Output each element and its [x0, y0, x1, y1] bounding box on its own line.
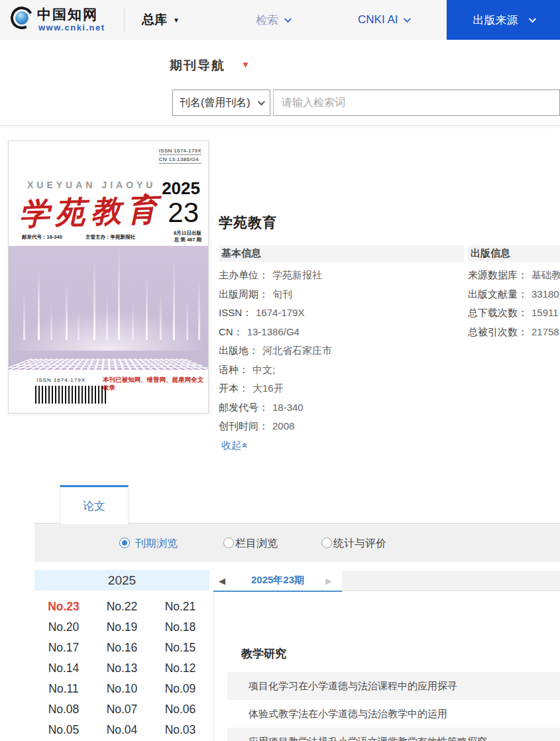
info-row: 出版地：河北省石家庄市: [219, 345, 332, 357]
pub-info-header: 出版信息: [468, 245, 560, 262]
journal-title: 学苑教育: [219, 213, 277, 232]
nav-item-search[interactable]: 检索: [256, 0, 290, 40]
search-field-select[interactable]: 刊名(曾用刊名): [172, 89, 270, 116]
nav-pubsource-label: 出版来源: [473, 13, 518, 28]
issue-link[interactable]: No.06: [151, 699, 209, 720]
pub-info-header-label: 出版信息: [471, 247, 510, 260]
issue-link[interactable]: No.08: [34, 699, 93, 720]
radio-issue-browse[interactable]: [119, 538, 130, 548]
cover-top-section: ISSN 1674-179X CN 13-1386/G4 XUEYUAN JIA…: [9, 141, 208, 246]
nav-ai-label: CNKI AI: [358, 13, 398, 27]
nav-divider: [124, 7, 125, 32]
cover-postal-code: 邮发代号：18-340: [22, 234, 62, 241]
cover-cn-text: CN 13-1386/G4: [159, 156, 201, 164]
issue-link[interactable]: No.11: [34, 679, 93, 699]
issue-link[interactable]: No.05: [34, 720, 93, 740]
chevron-down-icon: [528, 15, 535, 23]
info-row: 主办单位：学苑新报社: [219, 269, 322, 282]
info-row: CN：13-1386/G4: [219, 326, 300, 339]
info-row: 出版文献量：33180篇: [468, 288, 560, 301]
nav-item-cnki-ai[interactable]: CNKI AI: [358, 0, 409, 40]
cnki-logo[interactable]: 中国知网 www.cnki.net: [11, 5, 120, 34]
issue-link[interactable]: No.18: [151, 617, 209, 638]
cover-issn-text: ISSN 1674-179X: [159, 148, 201, 155]
year-header[interactable]: 2025: [34, 570, 209, 591]
info-row: 邮发代号：18-340: [219, 402, 304, 414]
logo-brand-text: 中国知网: [37, 5, 98, 24]
radio-issue-browse-label[interactable]: 刊期浏览: [135, 537, 178, 551]
issue-link[interactable]: No.16: [93, 638, 151, 658]
cover-issn-block: ISSN 1674-179X CN 13-1386/G4: [159, 148, 201, 165]
info-row: ISSN：1674-179X: [219, 307, 304, 319]
collapse-link[interactable]: 收起«: [221, 439, 248, 452]
nav-zongku-label: 总库: [142, 11, 167, 28]
nav-search-label: 检索: [256, 13, 278, 28]
issue-link[interactable]: No.09: [151, 679, 209, 699]
radio-column-browse[interactable]: [223, 538, 234, 548]
cover-issue-number: 23: [168, 197, 199, 229]
issue-link-no23[interactable]: No.23: [34, 597, 93, 617]
radio-stats-evaluation-label[interactable]: 统计与评价: [333, 537, 386, 551]
issue-link[interactable]: No.10: [93, 679, 151, 699]
cover-bottom-section: ISSN 1674-179X 本刊已被知网、维普网、超星网全文收录: [9, 370, 208, 413]
basic-info-header: 基本信息: [219, 245, 464, 262]
barcode-graphic: [35, 386, 107, 404]
cover-bottom-issn: ISSN 1674-179X: [36, 377, 85, 383]
info-row: 来源数据库：基础教育: [468, 269, 560, 282]
issue-link[interactable]: No.12: [151, 658, 209, 679]
current-issue-tab[interactable]: 2025年23期: [213, 574, 342, 587]
article-title-link[interactable]: 项目化学习在小学道德与法治课程中的应用探寻: [249, 680, 457, 693]
info-row: 总被引次数：21758: [468, 326, 559, 339]
issue-link[interactable]: No.14: [34, 658, 93, 679]
nav-item-zongku[interactable]: 总库 ▼: [142, 0, 180, 40]
radio-column-browse-label[interactable]: 栏目浏览: [235, 537, 278, 551]
perspective-grid-graphic: [9, 359, 208, 370]
article-title-link[interactable]: 体验式教学法在小学道德与法治教学中的运用: [249, 708, 447, 720]
cover-pub-date: 8月11日出版: [174, 230, 201, 237]
basic-info-header-label: 基本信息: [221, 247, 261, 260]
chevron-down-icon: [258, 98, 265, 105]
issue-link[interactable]: No.17: [34, 638, 93, 658]
journal-nav-title[interactable]: 期刊导航: [170, 57, 225, 74]
globe-icon: [8, 4, 36, 32]
browse-mode-row: 刊期浏览 栏目浏览 统计与评价: [34, 524, 560, 562]
issue-link[interactable]: No.22: [93, 597, 151, 617]
tab-papers[interactable]: 论文: [60, 485, 129, 524]
issue-link[interactable]: No.19: [93, 617, 151, 638]
issue-link[interactable]: No.07: [93, 699, 151, 720]
year-label: 2025: [108, 573, 136, 588]
logo-url-text: www.cnki.net: [38, 23, 105, 32]
article-title-link[interactable]: 应用项目教学法提升小学语文课堂教学有效性策略探究: [249, 736, 487, 741]
issue-tabstrip-rest: [342, 571, 560, 591]
info-row: 开本：大16开: [219, 382, 284, 395]
journal-cover: ISSN 1674-179X CN 13-1386/G4 XUEYUAN JIA…: [8, 141, 209, 414]
chevron-down-icon: [404, 15, 411, 23]
issue-link[interactable]: No.13: [93, 658, 151, 679]
info-row: 出版周期：旬刊: [219, 288, 292, 301]
radio-stats-evaluation[interactable]: [321, 538, 332, 548]
next-issue-arrow-icon[interactable]: ▶: [325, 576, 332, 586]
collapse-label: 收起: [221, 439, 241, 451]
issue-link[interactable]: No.04: [93, 720, 151, 740]
issue-link[interactable]: No.21: [151, 597, 209, 617]
article-panel-left-border: [213, 592, 214, 741]
cover-pinyin-text: XUEYUAN JIAOYU: [27, 180, 156, 190]
issue-link[interactable]: No.20: [34, 617, 93, 638]
cover-title-calligraphy: 学苑教育: [19, 189, 163, 235]
issue-link[interactable]: No.15: [151, 638, 209, 658]
journal-nav-dropdown-icon[interactable]: ▼: [241, 60, 250, 70]
cover-total-issue: 总 第 467 期: [174, 237, 201, 243]
search-field-select-value: 刊名(曾用刊名): [180, 96, 251, 110]
article-row[interactable]: 项目化学习在小学道德与法治课程中的应用探寻: [227, 672, 560, 700]
current-issue-tab-underline: [213, 591, 342, 592]
article-row[interactable]: 体验式教学法在小学道德与法治教学中的运用: [227, 700, 560, 728]
tab-papers-label: 论文: [83, 498, 105, 514]
chevron-down-icon: [284, 15, 292, 23]
journal-nav-search-band: 期刊导航 ▼ 刊名(曾用刊名): [0, 40, 560, 126]
article-row[interactable]: 应用项目教学法提升小学语文课堂教学有效性策略探究: [227, 728, 560, 741]
issue-link[interactable]: No.03: [151, 720, 209, 740]
cover-organizer: 主管主办：学苑新报社: [85, 234, 135, 241]
cover-included-note: 本刊已被知网、维普网、超星网全文收录: [103, 376, 207, 392]
search-input[interactable]: [273, 89, 560, 116]
nav-item-publication-source[interactable]: 出版来源: [447, 0, 560, 40]
